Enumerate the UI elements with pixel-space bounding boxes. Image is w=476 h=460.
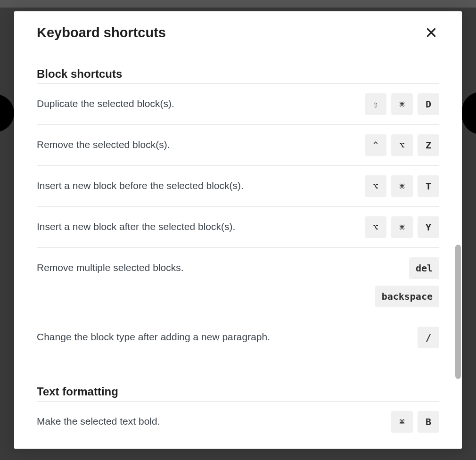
keyboard-key: ⌥ (391, 134, 413, 156)
window-top-bar (0, 0, 476, 8)
background-shape-right (462, 92, 476, 134)
keyboard-key: ⇧ (365, 93, 386, 115)
key-combinations: ⌘B (391, 411, 439, 433)
background-shape-left (0, 94, 14, 132)
keyboard-shortcuts-modal: Keyboard shortcuts Block shortcutsDuplic… (14, 11, 462, 449)
keyboard-key: Z (418, 134, 439, 156)
shortcut-row: Insert a new block after the selected bl… (37, 206, 439, 247)
shortcut-list: Duplicate the selected block(s).⇧⌘DRemov… (37, 83, 439, 358)
keyboard-key: Y (418, 216, 439, 238)
key-combination: / (418, 327, 439, 348)
key-combination: ⌥⌘Y (365, 216, 439, 238)
key-combinations: ⇧⌘D (365, 93, 439, 115)
modal-header: Keyboard shortcuts (14, 11, 462, 54)
shortcut-description: Duplicate the selected block(s). (37, 93, 355, 111)
key-combination: ⌥⌘T (365, 175, 439, 197)
shortcuts-section: Block shortcutsDuplicate the selected bl… (14, 54, 462, 372)
keyboard-key: T (418, 175, 439, 197)
keyboard-key: ⌘ (391, 175, 413, 197)
key-combinations: ⌥⌘Y (365, 216, 439, 238)
keyboard-key: ⌘ (391, 411, 413, 433)
key-combination: ^⌥Z (365, 134, 439, 156)
keyboard-key: ⌥ (365, 216, 386, 238)
shortcut-row: Make the selected text bold.⌘B (37, 401, 439, 442)
key-combinations: ⌥⌘T (365, 175, 439, 197)
section-title: Text formatting (37, 385, 439, 398)
close-icon (425, 26, 437, 39)
modal-backdrop: Keyboard shortcuts Block shortcutsDuplic… (0, 0, 476, 460)
shortcut-row: Remove the selected block(s).^⌥Z (37, 124, 439, 165)
keyboard-key: ⌥ (365, 175, 386, 197)
keyboard-key: D (418, 93, 439, 115)
keyboard-key: B (418, 411, 439, 433)
key-combinations: delbackspace (375, 257, 439, 307)
key-combinations: ^⌥Z (365, 134, 439, 156)
keyboard-key: / (418, 327, 439, 348)
key-combination: ⌘B (391, 411, 439, 433)
shortcut-row: Remove multiple selected blocks.delbacks… (37, 247, 439, 317)
modal-scroll-area[interactable]: Keyboard shortcuts Block shortcutsDuplic… (14, 11, 462, 449)
shortcuts-section: Text formattingMake the selected text bo… (14, 372, 462, 449)
shortcut-description: Insert a new block before the selected b… (37, 175, 355, 193)
key-combination: backspace (375, 286, 439, 307)
keyboard-key: backspace (375, 286, 439, 307)
key-combination: ⇧⌘D (365, 93, 439, 115)
key-combinations: / (418, 327, 439, 348)
shortcut-description: Remove the selected block(s). (37, 134, 355, 152)
keyboard-key: del (409, 257, 439, 279)
section-title: Block shortcuts (37, 67, 439, 81)
keyboard-key: ⌘ (391, 93, 413, 115)
shortcut-description: Insert a new block after the selected bl… (37, 216, 355, 234)
keyboard-key: ^ (365, 134, 386, 156)
modal-title: Keyboard shortcuts (37, 25, 166, 41)
key-combination: del (409, 257, 439, 279)
close-button[interactable] (423, 25, 439, 41)
shortcut-description: Remove multiple selected blocks. (37, 257, 366, 275)
shortcut-row: Duplicate the selected block(s).⇧⌘D (37, 83, 439, 124)
shortcut-row: Insert a new block before the selected b… (37, 165, 439, 206)
keyboard-key: ⌘ (391, 216, 413, 238)
shortcut-list: Make the selected text bold.⌘B (37, 401, 439, 442)
shortcut-row: Change the block type after adding a new… (37, 317, 439, 358)
shortcut-description: Change the block type after adding a new… (37, 327, 408, 345)
shortcut-description: Make the selected text bold. (37, 411, 382, 429)
